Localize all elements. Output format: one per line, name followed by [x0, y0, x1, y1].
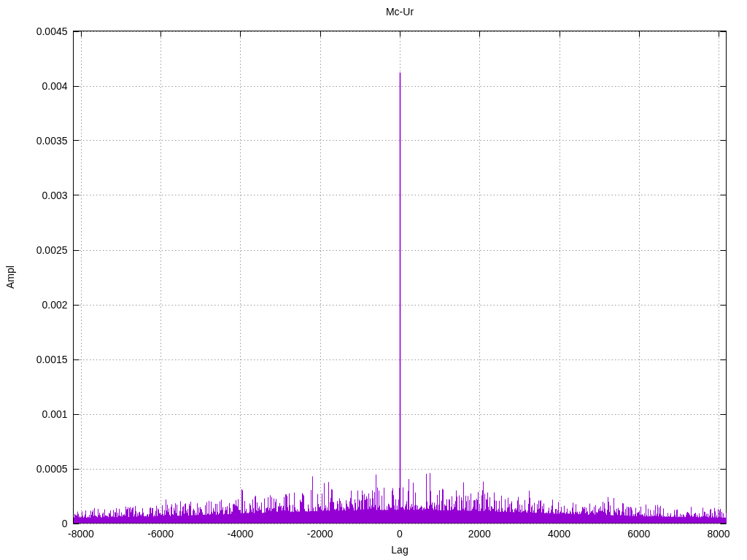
x-tick-label: 6000	[627, 528, 650, 540]
chart-page: Mc-Ur Lag Ampl -8000-6000-4000-200002000…	[0, 0, 747, 560]
correlation-plot-canvas	[0, 0, 747, 560]
x-axis-label: Lag	[391, 544, 408, 556]
x-tick-label: -8000	[68, 528, 94, 540]
chart-title: Mc-Ur	[386, 6, 414, 18]
y-tick-label: 0	[62, 518, 68, 529]
y-tick-label: 0.0045	[36, 26, 68, 37]
x-tick-label: -4000	[228, 528, 254, 540]
y-tick-label: 0.001	[42, 408, 67, 420]
x-tick-label: 2000	[468, 528, 491, 540]
y-tick-label: 0.003	[42, 190, 67, 201]
y-tick-label: 0.0035	[36, 135, 68, 147]
x-tick-label: 4000	[548, 528, 570, 540]
y-tick-label: 0.0015	[36, 354, 68, 365]
y-tick-label: 0.0025	[36, 244, 68, 256]
y-axis-label: Ampl	[4, 265, 16, 289]
y-tick-label: 0.004	[42, 80, 67, 92]
x-tick-label: 0	[397, 528, 403, 540]
x-tick-label: -6000	[147, 528, 174, 540]
x-tick-label: -2000	[307, 528, 333, 540]
y-tick-label: 0.002	[42, 299, 67, 311]
y-tick-label: 0.0005	[36, 463, 68, 475]
x-tick-label: 8000	[707, 528, 729, 540]
